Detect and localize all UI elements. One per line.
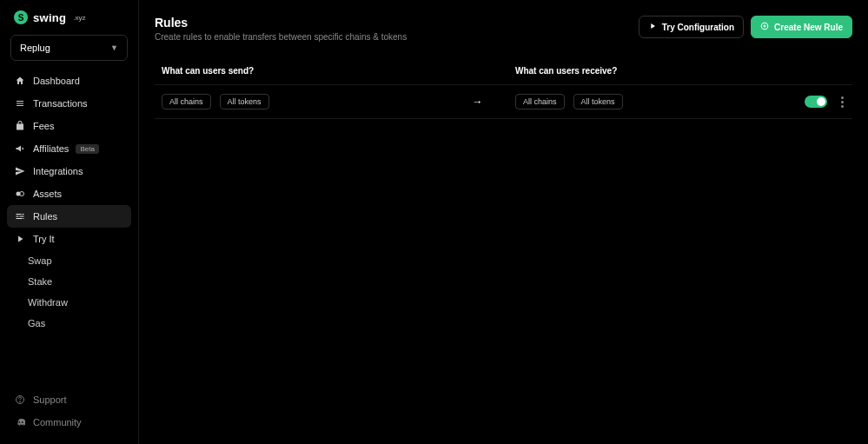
list-icon: [14, 97, 26, 109]
nav-label: Swap: [28, 255, 52, 266]
sliders-icon: [14, 210, 26, 222]
send-chip-group: All chains All tokens: [162, 94, 440, 109]
nav-label: Stake: [28, 276, 52, 287]
nav-label: Gas: [28, 318, 45, 328]
button-label: Try Configuration: [662, 23, 734, 32]
sidebar-item-tryit[interactable]: Try It: [0, 228, 138, 250]
button-label: Create New Rule: [774, 23, 843, 32]
nav-label: Support: [33, 394, 67, 405]
plus-circle-icon: [760, 22, 769, 32]
page-subtitle: Create rules to enable transfers between…: [155, 32, 407, 42]
coins-icon: [14, 188, 26, 200]
sidebar-item-assets[interactable]: Assets: [0, 182, 138, 205]
sidebar-item-affiliates[interactable]: Affiliates Beta: [0, 137, 138, 160]
page-header: Rules Create rules to enable transfers b…: [155, 16, 852, 42]
sidebar-item-integrations[interactable]: Integrations: [0, 160, 138, 182]
try-configuration-button[interactable]: Try Configuration: [639, 16, 744, 38]
nav-label: Try It: [33, 234, 55, 244]
svg-point-3: [20, 401, 21, 402]
nav-label: Rules: [33, 211, 57, 222]
sidebar-item-swap[interactable]: Swap: [0, 250, 138, 271]
arrow-icon: →: [440, 96, 515, 108]
brand-mark-icon: S: [14, 10, 28, 24]
send-column-header: What can users send?: [162, 66, 515, 76]
sidebar-item-community[interactable]: Community: [0, 411, 138, 434]
receive-column-header: What can users receive?: [515, 66, 845, 76]
play-icon: [648, 22, 657, 32]
nav-label: Assets: [33, 189, 62, 199]
nav-label: Withdraw: [28, 297, 68, 308]
bag-icon: [14, 120, 26, 132]
sidebar-item-fees[interactable]: Fees: [0, 115, 138, 137]
create-new-rule-button[interactable]: Create New Rule: [751, 16, 852, 38]
workspace-selected: Replug: [20, 43, 50, 53]
nav-label: Community: [33, 417, 82, 427]
receive-tokens-chip[interactable]: All tokens: [573, 94, 623, 109]
workspace-selector[interactable]: Replug ▼: [10, 35, 128, 61]
receive-chip-group: All chains All tokens: [515, 94, 793, 109]
send-chains-chip[interactable]: All chains: [162, 94, 211, 109]
sidebar: S swing .xyz Replug ▼ Dashboard Transact…: [0, 0, 139, 444]
send-tokens-chip[interactable]: All tokens: [220, 94, 269, 109]
page-title: Rules: [155, 16, 407, 30]
table-header: What can users send? What can users rece…: [155, 66, 852, 85]
rule-enabled-toggle[interactable]: [805, 96, 827, 108]
discord-icon: [14, 416, 26, 428]
nav-label: Fees: [33, 121, 54, 131]
home-icon: [14, 75, 26, 87]
main: Rules Create rules to enable transfers b…: [139, 0, 868, 444]
rule-row: All chains All tokens → All chains All t…: [155, 85, 852, 119]
beta-badge: Beta: [76, 144, 98, 154]
sidebar-item-stake[interactable]: Stake: [0, 271, 138, 292]
play-icon: [14, 233, 26, 245]
brand-logo: S swing .xyz: [0, 10, 138, 35]
nav-label: Dashboard: [33, 76, 80, 86]
sidebar-item-dashboard[interactable]: Dashboard: [0, 70, 138, 92]
nav-label: Affiliates: [33, 143, 69, 154]
nav-label: Transactions: [33, 98, 88, 109]
sidebar-item-withdraw[interactable]: Withdraw: [0, 292, 138, 313]
bottom-nav: Support Community: [0, 388, 138, 434]
sidebar-item-rules[interactable]: Rules: [7, 205, 131, 228]
nav: Dashboard Transactions Fees Affiliates B…: [0, 70, 138, 434]
chevron-down-icon: ▼: [110, 43, 118, 52]
help-icon: [14, 394, 26, 406]
nav-label: Integrations: [33, 166, 83, 176]
sidebar-item-support[interactable]: Support: [0, 388, 138, 411]
row-menu-button[interactable]: [839, 95, 845, 109]
send-icon: [14, 165, 26, 177]
megaphone-icon: [14, 142, 26, 155]
brand-name: swing: [33, 11, 66, 24]
receive-chains-chip[interactable]: All chains: [515, 94, 565, 109]
brand-suffix: .xyz: [73, 14, 85, 22]
sidebar-item-gas[interactable]: Gas: [0, 313, 138, 334]
sidebar-item-transactions[interactable]: Transactions: [0, 92, 138, 115]
